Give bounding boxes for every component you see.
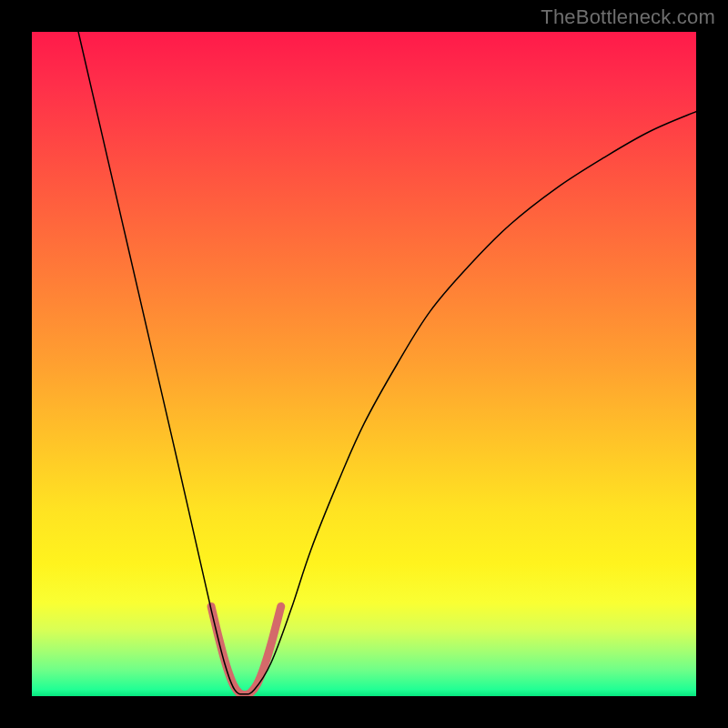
series-main-curve xyxy=(78,32,696,694)
watermark-text: TheBottleneck.com xyxy=(541,5,715,29)
chart-frame: TheBottleneck.com xyxy=(0,0,728,728)
curve-layer xyxy=(32,32,696,696)
plot-area xyxy=(32,32,696,696)
